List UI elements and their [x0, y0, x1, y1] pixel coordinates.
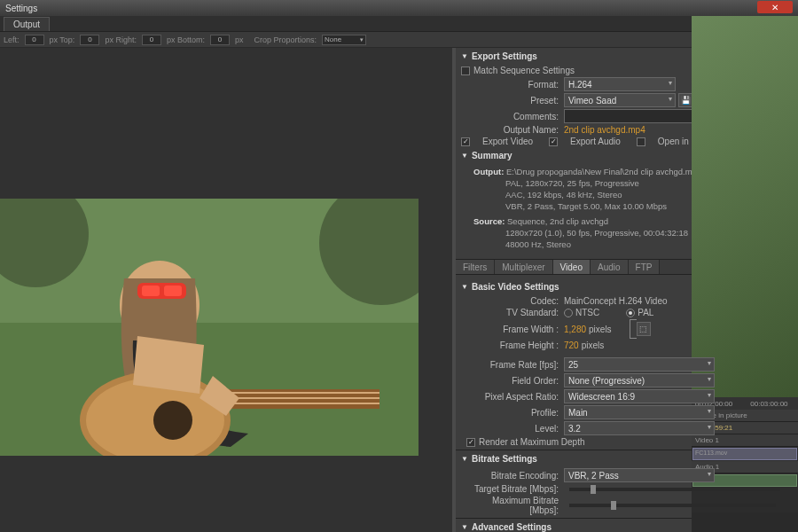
export-video-checkbox[interactable]	[461, 137, 470, 146]
max-bitrate-slider[interactable]	[569, 504, 776, 507]
frame-width-value[interactable]: 1,280	[564, 325, 586, 334]
export-video-label: Export Video	[482, 137, 533, 146]
target-bitrate-slider[interactable]	[569, 488, 780, 491]
ntsc-radio[interactable]	[564, 309, 573, 317]
level-label: Level:	[461, 424, 559, 434]
tab-ftp[interactable]: FTP	[629, 260, 661, 274]
comments-label: Comments:	[461, 112, 559, 121]
max-bitrate-label: Maximum Bitrate [Mbps]:	[461, 496, 559, 515]
section-title: Advanced Settings	[472, 522, 552, 532]
background-editor-peek: 00:02:00:00 00:03:00:00 picture in pictu…	[692, 16, 798, 532]
target-bitrate-label: Target Bitrate [Mbps]:	[461, 484, 559, 494]
tab-filters[interactable]: Filters	[456, 260, 495, 274]
tv-standard-label: TV Standard:	[461, 308, 559, 317]
close-button[interactable]: ✕	[757, 1, 793, 13]
ruler-tick: 00:03:00:00	[750, 400, 787, 408]
crop-px-label: px	[235, 35, 244, 44]
fieldorder-label: Field Order:	[461, 376, 559, 386]
par-select[interactable]: Widescreen 16:9	[564, 389, 715, 403]
crop-left-label: Left:	[4, 35, 20, 44]
twisty-down-icon[interactable]: ▼	[461, 152, 468, 160]
codec-label: Codec:	[461, 296, 559, 306]
level-select[interactable]: 3.2	[564, 421, 715, 435]
profile-select[interactable]: Main	[564, 405, 715, 419]
twisty-down-icon[interactable]: ▼	[461, 523, 468, 531]
frame-height-label: Frame Height :	[461, 340, 559, 350]
preset-select[interactable]: Vimeo Saad	[564, 93, 676, 107]
codec-value: MainConcept H.264 Video	[564, 296, 668, 306]
pal-radio[interactable]	[626, 309, 635, 317]
preview-image	[0, 199, 419, 456]
ramd-label: Render at Maximum Depth	[479, 437, 585, 447]
crop-right-input[interactable]: 0	[142, 35, 161, 45]
output-name-link[interactable]: 2nd clip avchgd.mp4	[564, 125, 645, 135]
crop-right-label: px Right:	[105, 35, 137, 44]
section-title: Summary	[472, 151, 512, 160]
twisty-down-icon[interactable]: ▼	[461, 52, 468, 60]
svg-point-10	[153, 401, 192, 440]
close-icon: ✕	[771, 3, 778, 12]
section-title: Basic Video Settings	[472, 282, 559, 292]
match-sequence-label: Match Sequence Settings	[473, 66, 575, 75]
frame-height-value[interactable]: 720	[564, 340, 579, 350]
format-select[interactable]: H.264	[564, 77, 676, 91]
export-audio-label: Export Audio	[570, 137, 621, 146]
open-dc-checkbox[interactable]	[637, 137, 645, 146]
crop-proportions-label: Crop Proportions:	[254, 35, 317, 44]
twisty-down-icon[interactable]: ▼	[461, 283, 468, 291]
export-audio-checkbox[interactable]	[549, 137, 558, 146]
section-title: Export Settings	[472, 51, 537, 61]
crop-bottom-label: px Bottom:	[167, 35, 205, 44]
ramd-checkbox[interactable]	[466, 438, 475, 447]
svg-rect-7	[164, 286, 182, 296]
window-title: Settings	[5, 4, 37, 13]
svg-rect-12	[220, 392, 379, 394]
summary-source-label: Source:	[473, 216, 505, 226]
preset-label: Preset:	[461, 96, 559, 106]
source-preview-panel	[0, 48, 452, 532]
framerate-select[interactable]: 25	[564, 357, 715, 372]
summary-output-label: Output:	[473, 167, 504, 176]
tab-multiplexer[interactable]: Multiplexer	[495, 260, 552, 274]
tab-video[interactable]: Video	[553, 260, 591, 274]
section-title: Bitrate Settings	[472, 454, 537, 464]
frame-width-label: Frame Width :	[461, 325, 559, 334]
match-sequence-checkbox[interactable]	[461, 66, 470, 75]
track-video1-label[interactable]: Video 1	[692, 434, 798, 447]
bitrate-encoding-label: Bitrate Encoding:	[461, 471, 559, 481]
dialog-tabbar: Output	[0, 16, 798, 32]
crop-toolbar: Left: 0 px Top: 0 px Right: 0 px Bottom:…	[0, 32, 798, 48]
format-label: Format:	[461, 80, 559, 90]
save-preset-button[interactable]: 💾	[678, 93, 692, 107]
save-icon: 💾	[681, 96, 691, 105]
link-bracket-icon	[630, 319, 637, 339]
svg-rect-14	[220, 403, 379, 404]
link-dimensions-button[interactable]: ⬚	[637, 322, 651, 336]


field-order-select[interactable]: None (Progressive)	[564, 373, 715, 387]
crop-top-input[interactable]: 0	[80, 35, 99, 45]
svg-rect-13	[220, 397, 379, 399]
crop-top-label: px Top:	[50, 35, 75, 44]
framerate-label: Frame Rate [fps]:	[461, 360, 559, 370]
tab-audio[interactable]: Audio	[591, 260, 629, 274]
tab-output[interactable]: Output	[4, 17, 50, 31]
twisty-down-icon[interactable]: ▼	[461, 455, 468, 463]
chain-icon: ⬚	[639, 325, 647, 333]
outputname-label: Output Name:	[461, 125, 559, 135]
crop-left-input[interactable]: 0	[25, 35, 44, 45]
profile-label: Profile:	[461, 408, 559, 418]
bitrate-encoding-select[interactable]: VBR, 2 Pass	[564, 468, 715, 482]
timeline-clip[interactable]: FC113.mov	[692, 448, 797, 460]
par-label: Pixel Aspect Ratio:	[461, 392, 559, 402]
crop-proportions-select[interactable]: None	[322, 35, 366, 45]
svg-rect-6	[142, 286, 160, 296]
window-titlebar: Settings ✕	[0, 0, 798, 16]
crop-bottom-input[interactable]: 0	[210, 35, 230, 45]
program-monitor-image	[692, 16, 798, 397]
